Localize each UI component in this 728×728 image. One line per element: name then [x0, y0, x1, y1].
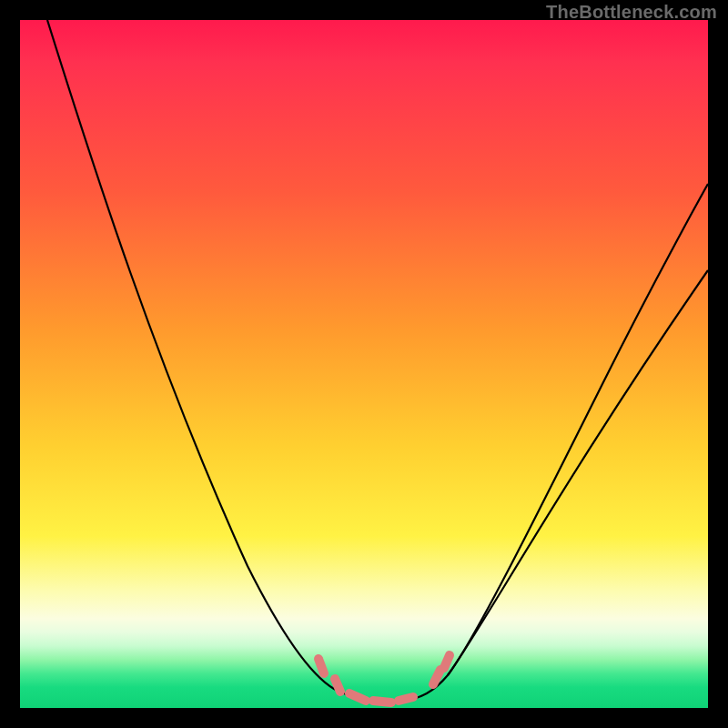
chart-frame: TheBottleneck.com: [0, 0, 728, 728]
svg-line-1: [335, 679, 340, 692]
svg-line-4: [399, 697, 413, 701]
bottleneck-curve-rise: [448, 270, 708, 675]
watermark-text: TheBottleneck.com: [546, 2, 717, 23]
bottleneck-curve-path: [47, 20, 708, 701]
svg-line-2: [349, 693, 366, 701]
svg-line-3: [373, 701, 391, 703]
chart-plot-area: [20, 20, 708, 708]
highlight-markers: [318, 655, 450, 703]
svg-line-0: [318, 659, 324, 673]
svg-line-5: [433, 670, 440, 684]
bottleneck-curve-svg: [20, 20, 708, 708]
svg-line-6: [444, 655, 450, 668]
